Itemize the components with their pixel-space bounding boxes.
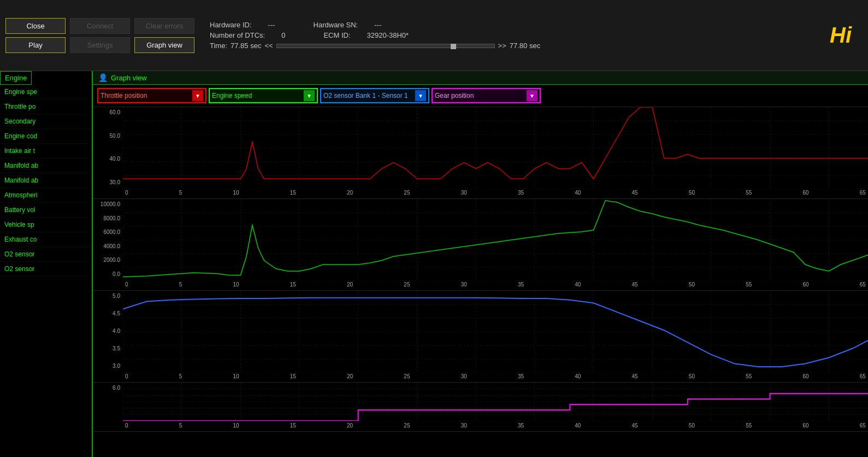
close-button[interactable]: Close: [5, 18, 66, 34]
sidebar-item-o2-sensor2[interactable]: O2 sensor: [0, 262, 92, 277]
channel-select-o2-sensor[interactable]: O2 sensor Bank 1 - Sensor 1 ▼: [320, 88, 429, 103]
sidebar-tab-engine[interactable]: Engine: [0, 71, 32, 85]
num-dtcs-label: Number of DTCs:: [210, 31, 265, 39]
y-label-30: 30.0: [94, 179, 122, 185]
time-slider[interactable]: [276, 44, 495, 48]
sidebar-item-engine-cod[interactable]: Engine cod: [0, 129, 92, 144]
channel-select-throttle[interactable]: Throttle position ▼: [97, 88, 206, 103]
y-label-60: 60.0: [94, 109, 122, 115]
y-label-45: 4.5: [94, 310, 122, 317]
hardware-sn-value: ---: [374, 21, 381, 29]
y-label-6: 6.0: [94, 385, 122, 391]
chart-engine-speed: 10000.0 8000.0 6000.0 4000.0 2000.0 0.0 …: [93, 199, 868, 291]
graph-panel-title: 👤 Graph view: [93, 71, 868, 85]
y-label-0: 0.0: [94, 271, 122, 277]
channel-select-engine-speed[interactable]: Engine speed ▼: [209, 88, 318, 103]
channel-label-gear: Gear position: [435, 92, 527, 99]
y-label-35: 3.5: [94, 345, 122, 351]
y-label-6000: 6000.0: [94, 229, 122, 235]
y-label-4: 4.0: [94, 328, 122, 334]
x-axis-engine-speed: 05101520253035404550556065: [123, 280, 868, 290]
time-value: 77.85 sec: [231, 42, 261, 50]
y-label-2000: 2000.0: [94, 257, 122, 263]
y-label-40: 40.0: [94, 156, 122, 162]
canvas-throttle: [123, 107, 868, 189]
sidebar-item-intake-air[interactable]: Intake air t: [0, 144, 92, 159]
ecm-id-label: ECM ID:: [323, 31, 350, 39]
y-label-5: 5.0: [94, 293, 122, 299]
sidebar-item-secondary[interactable]: Secondary: [0, 114, 92, 129]
sidebar-item-vehicle-sp[interactable]: Vehicle sp: [0, 218, 92, 232]
channel-label-throttle: Throttle position: [101, 92, 192, 99]
dropdown-arrow-throttle[interactable]: ▼: [192, 90, 203, 101]
y-label-3: 3.0: [94, 363, 122, 369]
main-area: Engine Engine spe Throttle po Secondary …: [0, 71, 868, 457]
channel-select-gear[interactable]: Gear position ▼: [432, 88, 541, 103]
x-axis-o2-sensor: 05101520253035404550556065: [123, 372, 868, 382]
canvas-engine-speed: [123, 199, 868, 281]
sidebar-item-engine-speed[interactable]: Engine spe: [0, 85, 92, 99]
settings-button[interactable]: Settings: [70, 37, 130, 53]
time-row: Time: 77.85 sec << >> 77.80 sec: [210, 42, 814, 50]
sidebar-item-exhaust-co[interactable]: Exhaust co: [0, 232, 92, 247]
y-axis-throttle: 60.0 50.0 40.0 30.0: [93, 107, 123, 188]
y-label-4000: 4000.0: [94, 243, 122, 249]
dropdown-arrow-o2-sensor[interactable]: ▼: [415, 90, 426, 101]
toolbar-button-group: Close Connect Clear errors Play Settings…: [5, 18, 194, 53]
play-button[interactable]: Play: [5, 37, 66, 53]
sidebar-item-battery-vol[interactable]: Battery vol: [0, 203, 92, 218]
channel-selectors: Throttle position ▼ Engine speed ▼ O2 se…: [93, 85, 868, 107]
time-right-value: 77.80 sec: [510, 42, 540, 50]
x-axis-throttle: 05101520253035404550556065: [123, 189, 868, 198]
hardware-id-value: ---: [268, 21, 275, 29]
time-slider-thumb: [451, 44, 456, 49]
chart-throttle: 60.0 50.0 40.0 30.0 05101520253035404550…: [93, 107, 868, 199]
sidebar-item-manifold-ab2[interactable]: Manifold ab: [0, 173, 92, 188]
y-axis-engine-speed: 10000.0 8000.0 6000.0 4000.0 2000.0 0.0: [93, 199, 123, 279]
connect-button[interactable]: Connect: [70, 18, 130, 34]
clear-errors-button[interactable]: Clear errors: [134, 18, 194, 34]
hardware-sn-label: Hardware SN:: [314, 21, 358, 29]
channel-label-engine-speed: Engine speed: [212, 92, 304, 99]
y-label-10000: 10000.0: [94, 201, 122, 207]
graph-panel-title-text: Graph view: [111, 74, 147, 82]
sidebar: Engine Engine spe Throttle po Secondary …: [0, 71, 93, 457]
y-axis-gear: 6.0: [93, 383, 123, 421]
graph-panel: 👤 Graph view Throttle position ▼ Engine …: [93, 71, 868, 457]
x-axis-gear: 05101520253035404550556065: [123, 421, 868, 431]
time-arrows-right: >>: [498, 42, 506, 50]
sidebar-item-o2-sensor1[interactable]: O2 sensor: [0, 247, 92, 262]
channel-label-o2-sensor: O2 sensor Bank 1 - Sensor 1: [323, 92, 415, 99]
sidebar-item-throttle[interactable]: Throttle po: [0, 99, 92, 114]
dropdown-arrow-engine-speed[interactable]: ▼: [304, 90, 315, 101]
canvas-o2-sensor: [123, 291, 868, 373]
y-axis-o2-sensor: 5.0 4.5 4.0 3.5 3.0: [93, 291, 123, 371]
logo: Hi: [819, 14, 863, 57]
chart-o2-sensor: 5.0 4.5 4.0 3.5 3.0 05101520253035404550…: [93, 291, 868, 383]
toolbar: Close Connect Clear errors Play Settings…: [0, 0, 868, 71]
dropdown-arrow-gear[interactable]: ▼: [527, 90, 538, 101]
charts-area[interactable]: 60.0 50.0 40.0 30.0 05101520253035404550…: [93, 107, 868, 457]
hardware-id-label: Hardware ID:: [210, 21, 252, 29]
hardware-row-1: Hardware ID: --- Hardware SN: ---: [210, 21, 814, 29]
ecm-id-value: 32920-38H0*: [367, 31, 409, 39]
sidebar-item-manifold-ab1[interactable]: Manifold ab: [0, 159, 92, 173]
y-label-50: 50.0: [94, 133, 122, 139]
toolbar-row-1: Close Connect Clear errors: [5, 18, 194, 34]
sidebar-item-atmospheric[interactable]: Atmospheri: [0, 188, 92, 203]
time-arrows-left: <<: [264, 42, 273, 50]
chart-gear: 6.0 05101520253035404550556065: [93, 383, 868, 432]
num-dtcs-value: 0: [281, 31, 285, 39]
canvas-gear: [123, 383, 868, 421]
hardware-info: Hardware ID: --- Hardware SN: --- Number…: [199, 21, 814, 50]
graph-view-button[interactable]: Graph view: [134, 37, 194, 53]
graph-panel-icon: 👤: [98, 73, 108, 82]
toolbar-row-2: Play Settings Graph view: [5, 37, 194, 53]
hardware-row-2: Number of DTCs: 0 ECM ID: 32920-38H0*: [210, 31, 814, 39]
y-label-8000: 8000.0: [94, 215, 122, 221]
time-label: Time:: [210, 42, 227, 50]
